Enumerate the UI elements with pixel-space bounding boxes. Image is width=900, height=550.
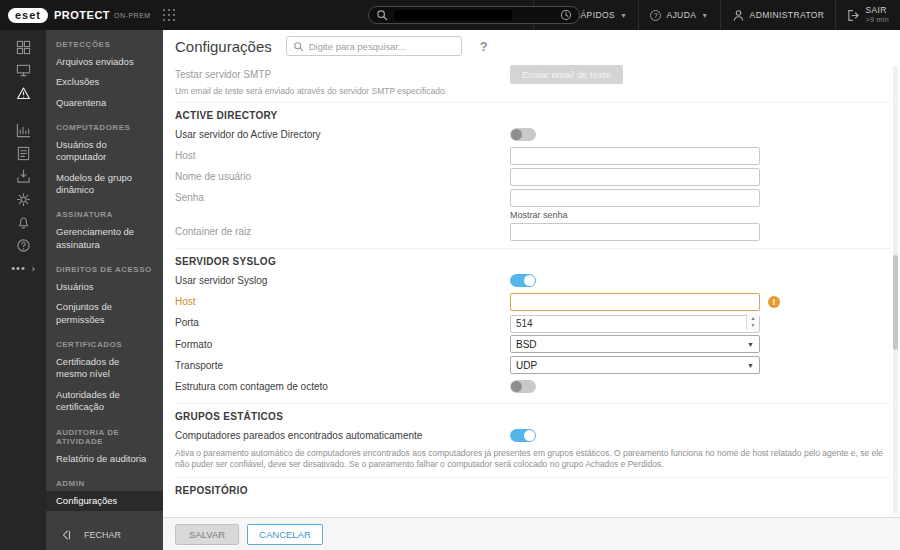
help-icon[interactable]: ? bbox=[480, 39, 488, 54]
warning-icon: ! bbox=[768, 296, 780, 308]
sidebar-collapse-button[interactable]: FECHAR bbox=[46, 520, 163, 550]
logout-button[interactable]: SAIR >9 min bbox=[835, 0, 900, 30]
smtp-test-label: Testar servidor SMTP bbox=[175, 68, 510, 81]
section-title-repository: REPOSITÓRIO bbox=[175, 477, 890, 496]
sidebar-item-relatorio-auditoria[interactable]: Relatório de auditoria bbox=[46, 449, 163, 469]
help-menu[interactable]: ? AJUDA ▼ bbox=[638, 0, 719, 30]
syslog-port-label: Porta bbox=[175, 316, 510, 329]
settings-search-input[interactable] bbox=[309, 41, 455, 52]
chevron-down-icon: ▼ bbox=[747, 341, 754, 348]
sidebar-item-exclusoes[interactable]: Exclusões bbox=[46, 72, 163, 92]
edition-label: ON-PREM bbox=[114, 12, 151, 19]
policies-icon[interactable] bbox=[16, 192, 31, 207]
sidebar-item-usuarios[interactable]: Usuários bbox=[46, 277, 163, 297]
syslog-use-toggle[interactable] bbox=[510, 274, 536, 287]
reports-icon[interactable] bbox=[16, 123, 31, 138]
chevron-down-icon: ▼ bbox=[620, 12, 627, 19]
send-test-email-button[interactable]: Enviar email de teste bbox=[510, 65, 623, 84]
chevron-down-icon: ▼ bbox=[701, 12, 708, 19]
syslog-format-value: BSD bbox=[516, 339, 537, 350]
sidebar-section-admin: ADMIN bbox=[46, 469, 163, 491]
main-panel: Configurações ? Testar servidor SMTP Env… bbox=[163, 30, 900, 550]
status-overview-icon[interactable] bbox=[16, 238, 31, 253]
syslog-octet-toggle[interactable] bbox=[510, 380, 536, 393]
smtp-test-note: Um email de teste será enviado através d… bbox=[175, 86, 890, 96]
show-password-link[interactable]: Mostrar senha bbox=[510, 210, 568, 220]
topbar-menu: LINKS RÁPIDOS ▼ ? AJUDA ▼ ADMINISTRATOR … bbox=[533, 0, 900, 30]
chevron-right-icon: › bbox=[32, 264, 35, 274]
syslog-transport-label: Transporte bbox=[175, 359, 510, 372]
section-title-active-directory: ACTIVE DIRECTORY bbox=[175, 102, 890, 121]
computers-icon[interactable] bbox=[16, 63, 31, 78]
help-label: AJUDA bbox=[666, 10, 696, 20]
syslog-port-row: Porta ▲▼ bbox=[175, 312, 890, 334]
ad-username-input[interactable] bbox=[510, 168, 760, 186]
search-icon bbox=[376, 9, 388, 21]
spinner-icon[interactable]: ▲▼ bbox=[746, 314, 759, 330]
sidebar-item-autoridades-certificacao[interactable]: Autoridades de certificação bbox=[46, 385, 163, 418]
session-timeout: >9 min bbox=[865, 16, 889, 24]
section-title-static-groups: GRUPOS ESTÁTICOS bbox=[175, 403, 890, 422]
ad-root-container-row: Container de raiz bbox=[175, 221, 890, 242]
sidebar-item-certificados-mesmo-nivel[interactable]: Certificados de mesmo nível bbox=[46, 352, 163, 385]
sidebar-item-modelos-grupo-dinamico[interactable]: Modelos de grupo dinâmico bbox=[46, 168, 163, 201]
chevron-down-icon: ▼ bbox=[747, 362, 754, 369]
dashboard-icon[interactable] bbox=[16, 40, 31, 55]
ad-password-label: Senha bbox=[175, 191, 510, 204]
logout-label: SAIR bbox=[865, 6, 889, 16]
settings-search[interactable] bbox=[286, 36, 462, 56]
syslog-format-select[interactable]: BSD ▼ bbox=[510, 335, 760, 353]
redacted-search-text bbox=[394, 10, 512, 21]
collapse-icon bbox=[60, 529, 72, 541]
sidebar-item-usuarios-do-computador[interactable]: Usuários do computador bbox=[46, 135, 163, 168]
syslog-transport-row: Transporte UDP ▼ bbox=[175, 355, 890, 376]
syslog-host-input[interactable] bbox=[510, 293, 760, 311]
ellipsis-icon: ••• bbox=[11, 263, 26, 274]
ad-use-toggle[interactable] bbox=[510, 128, 536, 141]
ad-host-row: Host bbox=[175, 145, 890, 166]
help-circle-icon: ? bbox=[650, 10, 661, 21]
installers-icon[interactable] bbox=[16, 169, 31, 184]
ad-password-row: Senha bbox=[175, 187, 890, 208]
sidebar-section-certificados: CERTIFICADOS bbox=[46, 330, 163, 352]
product-name: PROTECT bbox=[54, 9, 110, 21]
sidebar-item-quarentena[interactable]: Quarentena bbox=[46, 93, 163, 113]
user-menu[interactable]: ADMINISTRATOR bbox=[720, 0, 836, 30]
sidebar-item-arquivos-enviados[interactable]: Arquivos enviados bbox=[46, 52, 163, 72]
tasks-icon[interactable] bbox=[16, 146, 31, 161]
syslog-transport-select[interactable]: UDP ▼ bbox=[510, 356, 760, 374]
syslog-format-label: Formato bbox=[175, 338, 510, 351]
notifications-icon[interactable] bbox=[16, 215, 31, 230]
sidebar-section-auditoria: AUDITORIA DE ATIVIDADE bbox=[46, 418, 163, 449]
syslog-port-input[interactable] bbox=[510, 315, 760, 333]
clock-icon[interactable] bbox=[560, 9, 572, 21]
brand: eset PROTECT ON-PREM bbox=[0, 8, 151, 23]
ad-username-label: Nome de usuário bbox=[175, 170, 510, 183]
pairing-toggle[interactable] bbox=[510, 429, 536, 442]
save-button[interactable]: SALVAR bbox=[175, 524, 239, 545]
sidebar-section-direitos-de-acesso: DIREITOS DE ACESSO bbox=[46, 255, 163, 277]
more-icon[interactable]: ••• › bbox=[11, 263, 35, 274]
action-bar: SALVAR CANCELAR bbox=[163, 517, 900, 550]
detections-icon[interactable] bbox=[16, 86, 31, 101]
sidebar-item-gerenciamento-assinatura[interactable]: Gerenciamento de assinatura bbox=[46, 222, 163, 255]
ad-host-input[interactable] bbox=[510, 147, 760, 165]
ad-root-container-label: Container de raiz bbox=[175, 225, 510, 238]
sidebar-item-configuracoes[interactable]: Configurações bbox=[46, 491, 163, 511]
global-search-input[interactable] bbox=[368, 6, 580, 24]
logout-icon bbox=[847, 9, 860, 22]
ad-host-label: Host bbox=[175, 149, 510, 162]
pairing-description: Ativa o pareamento automático de computa… bbox=[175, 448, 890, 472]
main-header: Configurações ? bbox=[163, 30, 900, 56]
smtp-test-row: Testar servidor SMTP Enviar email de tes… bbox=[175, 64, 890, 85]
cancel-button[interactable]: CANCELAR bbox=[247, 524, 323, 545]
sidebar-section-assinatura: ASSINATURA bbox=[46, 200, 163, 222]
ad-root-container-input[interactable] bbox=[510, 223, 760, 241]
syslog-octet-label: Estrutura com contagem de octeto bbox=[175, 380, 510, 393]
apps-grid-icon[interactable] bbox=[163, 9, 176, 22]
page-title: Configurações bbox=[175, 38, 272, 55]
ad-password-input[interactable] bbox=[510, 189, 760, 207]
scrollbar-thumb[interactable] bbox=[893, 255, 898, 350]
show-password-row: Mostrar senha bbox=[175, 208, 890, 221]
sidebar-item-conjuntos-permissoes[interactable]: Conjuntos de permissões bbox=[46, 297, 163, 330]
